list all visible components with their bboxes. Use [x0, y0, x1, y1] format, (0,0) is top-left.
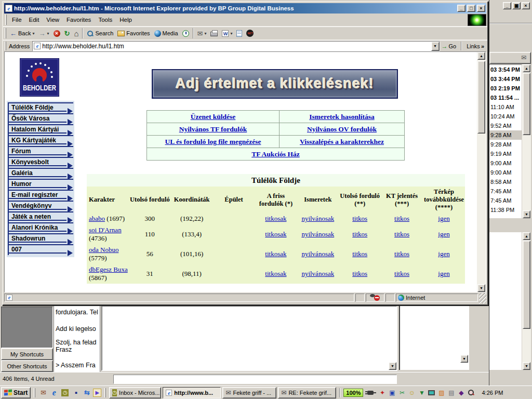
- link-ul-log-file[interactable]: UL és forduló log file megnézése: [165, 138, 261, 145]
- scroll-up-icon[interactable]: ▲: [477, 52, 485, 60]
- kt-report-link[interactable]: titkos: [394, 270, 409, 277]
- resize-grip[interactable]: [479, 293, 486, 303]
- task-button-inbox[interactable]: ◷ Inbox - Micros...: [109, 387, 161, 398]
- toolbar-grip[interactable]: [5, 15, 7, 24]
- scrollbar-thumb[interactable]: [477, 61, 485, 134]
- tray-fan-icon[interactable]: ✦: [378, 389, 386, 396]
- maximize-button[interactable]: □: [467, 5, 475, 12]
- menu-help[interactable]: Help: [116, 15, 136, 24]
- tray-install-icon[interactable]: ▼: [418, 389, 425, 396]
- sidebar-item-007[interactable]: 007: [8, 244, 73, 255]
- sidebar-item-email-regiszter[interactable]: E-mail regiszter: [8, 190, 73, 201]
- list-item[interactable]: 9:28 AM: [489, 140, 522, 149]
- taskbar-clock[interactable]: 4:26 PM: [482, 390, 503, 396]
- start-button[interactable]: Start: [1, 387, 31, 398]
- address-input[interactable]: e http://www.beholder.hu/l1.htm ▼: [32, 41, 440, 51]
- edit-button[interactable]: W ▾: [220, 29, 234, 38]
- list-item[interactable]: 7:45 AM: [489, 196, 522, 205]
- stop-button[interactable]: ✕: [51, 29, 62, 38]
- quicklaunch-media-player-icon[interactable]: ▶: [93, 389, 101, 397]
- restore-button[interactable]: ▣: [512, 2, 521, 9]
- task-button-fekete-griff[interactable]: ✉ Fekete griff - ...: [222, 387, 276, 398]
- list-item[interactable]: 03 3:44 PM: [489, 74, 522, 84]
- sidebar-item-vendegkonyv[interactable]: Vendégkönyv: [8, 201, 73, 211]
- scroll-down-icon[interactable]: ▼: [523, 362, 530, 370]
- list-item-selected[interactable]: 9:28 AM: [489, 130, 522, 140]
- quick-link-cell[interactable]: Ismeretek hasonlítása: [280, 111, 405, 123]
- last-turn-link[interactable]: titkos: [352, 215, 367, 222]
- kt-report-link[interactable]: titkos: [394, 250, 409, 258]
- map-forward-link[interactable]: igen: [438, 270, 449, 277]
- list-item[interactable]: 03 11:54 ...: [489, 93, 522, 102]
- list-item[interactable]: 11:10 AM: [489, 102, 522, 112]
- fresh-turns-link[interactable]: titkosak: [265, 215, 286, 222]
- sidebar-item-osok-varosa[interactable]: Ősök Városa: [8, 113, 73, 124]
- task-button-re-fekete-griff[interactable]: ✉ RE: Fekete grif...: [278, 387, 336, 398]
- chevron-down-icon[interactable]: ▾: [47, 31, 49, 36]
- messenger-button[interactable]: NET: [244, 29, 256, 38]
- back-button[interactable]: ← Back ▾: [8, 29, 36, 38]
- quick-link-cell[interactable]: Üzenet küldése: [147, 111, 280, 123]
- menu-file[interactable]: File: [8, 15, 25, 24]
- list-item[interactable]: 10:24 AM: [489, 112, 522, 121]
- sidebar-item-galeria[interactable]: Galéria: [8, 168, 73, 179]
- list-item[interactable]: 9:00 AM: [489, 158, 522, 168]
- last-turn-link[interactable]: titkos: [352, 250, 367, 258]
- media-button[interactable]: Media: [152, 29, 180, 38]
- my-shortcuts-button[interactable]: My Shortcuts: [1, 348, 53, 360]
- chevron-down-icon[interactable]: ▾: [32, 31, 34, 36]
- scrollbar-thumb[interactable]: [523, 73, 530, 135]
- scrollbar-thumb[interactable]: [523, 241, 530, 329]
- mail-button[interactable]: ✉ ▾: [195, 29, 209, 38]
- list-item[interactable]: 7:45 AM: [489, 187, 522, 196]
- link-ismeretek-hasonlitasa[interactable]: Ismeretek hasonlítása: [309, 113, 374, 121]
- tray-person-icon[interactable]: ☺: [408, 389, 416, 396]
- discuss-button[interactable]: [234, 29, 244, 38]
- quick-link-cell[interactable]: UL és forduló log file megnézése: [147, 136, 280, 148]
- page-scrollbar[interactable]: ▲ ▼: [477, 52, 486, 292]
- list-item[interactable]: 9:00 AM: [489, 168, 522, 177]
- tray-scissors-icon[interactable]: ✂: [398, 389, 406, 396]
- knowledge-link[interactable]: nyilvánosak: [301, 250, 334, 258]
- scroll-down-icon[interactable]: ▼: [523, 210, 530, 218]
- address-url[interactable]: http://www.beholder.hu/l1.htm: [42, 43, 429, 50]
- tray-shield-icon[interactable]: ◆: [457, 389, 465, 396]
- last-turn-link[interactable]: titkos: [352, 230, 367, 238]
- close-button[interactable]: ×: [522, 2, 530, 9]
- home-button[interactable]: ⌂: [72, 29, 81, 38]
- taskbar-grip[interactable]: [104, 388, 106, 397]
- tray-window-icon[interactable]: ▣: [388, 389, 396, 396]
- minimize-button[interactable]: _: [503, 2, 511, 9]
- refresh-button[interactable]: ↻: [62, 29, 72, 38]
- beholder-logo[interactable]: BEHOLDER: [20, 58, 59, 97]
- character-link[interactable]: dbEgesz Buxa: [89, 265, 128, 273]
- link-visszalepes-karakterekhez[interactable]: Visszalépés a karakterekhez: [300, 138, 384, 145]
- message-list-column-header[interactable]: ✉: [489, 52, 531, 64]
- link-nyilvanos-ov-fordulok[interactable]: Nyilvános OV fordulók: [307, 125, 377, 133]
- forward-button[interactable]: → ▾: [36, 29, 51, 38]
- scroll-up-icon[interactable]: ▲: [523, 232, 530, 240]
- ie-title-bar[interactable]: e http://www.beholder.hu/l1.htm - Micros…: [4, 3, 486, 14]
- tray-magnifier-icon[interactable]: [467, 389, 475, 396]
- address-dropdown-icon[interactable]: ▼: [431, 42, 440, 51]
- battery-meter[interactable]: 100%: [343, 389, 363, 397]
- quicklaunch-mail-compose-icon[interactable]: ✉: [38, 388, 48, 397]
- chevron-down-icon[interactable]: ▾: [230, 31, 232, 36]
- sidebar-item-alanori-kronika[interactable]: Alanori Krónika: [8, 222, 73, 233]
- sidebar-item-konyvesbolt[interactable]: Könyvesbolt: [8, 157, 73, 168]
- last-turn-link[interactable]: titkos: [352, 270, 367, 277]
- link-uzenet-kuldese[interactable]: Üzenet küldése: [191, 113, 236, 121]
- sidebar-item-jatek-a-neten[interactable]: Játék a neten: [8, 211, 73, 222]
- sidebar-item-shadowrun[interactable]: Shadowrun: [8, 233, 73, 244]
- quick-link-cell[interactable]: Visszalépés a karakterekhez: [280, 136, 405, 148]
- kt-report-link[interactable]: titkos: [394, 215, 409, 222]
- toolbar-grip[interactable]: [5, 42, 6, 50]
- quicklaunch-grip[interactable]: [34, 388, 35, 397]
- character-link[interactable]: soi D'Arnan: [89, 226, 122, 234]
- scroll-down-icon[interactable]: ▼: [460, 355, 468, 363]
- message-list-scrollbar[interactable]: ▲ ▼: [522, 64, 531, 218]
- fresh-turns-link[interactable]: titkosak: [265, 230, 286, 238]
- sidebar-item-humor[interactable]: Humor: [8, 179, 73, 190]
- knowledge-link[interactable]: nyilvánosak: [301, 270, 334, 277]
- print-button[interactable]: [208, 29, 220, 37]
